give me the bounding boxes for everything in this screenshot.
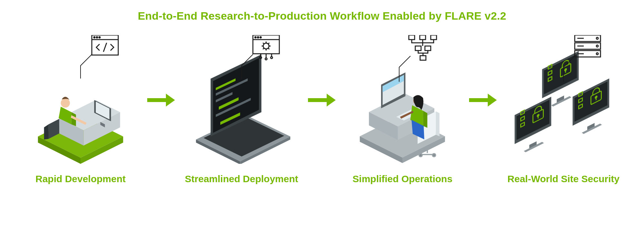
gear-window-icon	[238, 35, 280, 81]
svg-point-2	[94, 37, 95, 38]
svg-rect-54	[409, 35, 415, 40]
svg-point-3	[96, 37, 98, 38]
workflow-row: Rapid Development	[16, 42, 628, 184]
svg-point-4	[99, 37, 100, 38]
svg-point-87	[596, 45, 598, 47]
svg-point-25	[255, 37, 256, 38]
flowchart-icon	[396, 35, 441, 85]
svg-point-27	[260, 37, 261, 38]
stage-streamlined-deployment: Streamlined Deployment	[184, 42, 300, 184]
svg-point-74	[419, 154, 422, 156]
svg-point-38	[265, 58, 267, 60]
stage-rapid-development: Rapid Development	[23, 42, 139, 184]
svg-marker-16	[44, 124, 49, 139]
svg-rect-56	[431, 35, 437, 40]
svg-line-5	[103, 43, 107, 52]
svg-point-17	[61, 98, 70, 107]
server-rack-icon	[560, 35, 602, 85]
svg-marker-22	[166, 94, 175, 107]
svg-point-37	[260, 57, 262, 59]
svg-rect-0	[92, 35, 118, 55]
svg-marker-71	[436, 111, 439, 136]
stage-label: Streamlined Deployment	[185, 173, 298, 184]
svg-point-28	[263, 43, 269, 49]
svg-line-34	[268, 48, 269, 49]
stage-simplified-operations: Simplified Operations	[344, 42, 460, 184]
arrow-icon	[145, 94, 177, 107]
diagram-title: End-to-End Research-to-Production Workfl…	[16, 10, 628, 22]
svg-rect-55	[420, 35, 426, 40]
svg-point-84	[596, 37, 598, 39]
code-window-icon	[77, 35, 119, 81]
svg-point-90	[596, 53, 598, 55]
stage-real-world-security: Real-World Site Security	[505, 42, 621, 184]
svg-marker-53	[327, 94, 336, 107]
svg-line-33	[263, 43, 264, 44]
stage-label: Real-World Site Security	[507, 173, 620, 184]
svg-rect-58	[425, 46, 431, 51]
svg-marker-82	[488, 94, 497, 107]
svg-rect-81	[469, 98, 488, 102]
svg-line-36	[263, 48, 264, 49]
stage-label: Rapid Development	[35, 173, 126, 184]
svg-rect-52	[308, 98, 327, 102]
svg-rect-23	[253, 35, 279, 54]
arrow-icon	[467, 94, 499, 107]
svg-marker-78	[423, 111, 428, 128]
svg-point-26	[257, 37, 259, 38]
svg-rect-59	[420, 56, 426, 60]
stage-label: Simplified Operations	[352, 173, 452, 184]
arrow-icon	[306, 94, 338, 107]
svg-rect-21	[147, 98, 166, 102]
svg-line-35	[268, 43, 269, 44]
svg-point-39	[271, 57, 273, 59]
svg-rect-57	[415, 46, 421, 51]
svg-point-75	[433, 154, 436, 156]
